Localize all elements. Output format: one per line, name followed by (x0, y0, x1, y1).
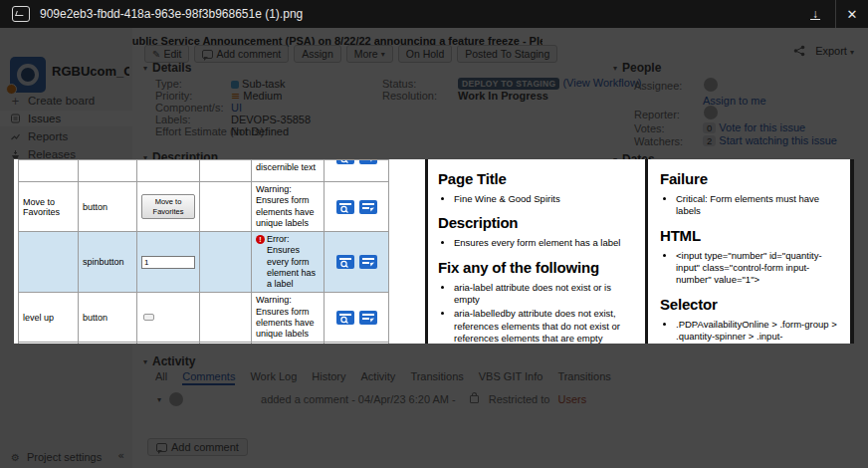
issues-table: discernible text Move to Favorites butto… (18, 159, 389, 344)
highlight-icon[interactable] (359, 160, 377, 164)
table-row[interactable]: discernible text (19, 160, 389, 182)
issue-name: Move to Favorites (19, 182, 79, 232)
highlight-icon[interactable] (359, 311, 377, 325)
report-preview-panel: discernible text Move to Favorites butto… (14, 159, 854, 344)
fix-any-item: aria-labelledby attribute does not exist… (454, 308, 633, 344)
attachment-viewer-bar: 909e2eb3-fbdd-418a-963e-98f3b968651e (1)… (0, 0, 868, 28)
issue-message: Warning: Ensures form elements have uniq… (256, 295, 320, 340)
issue-message-error: ! Error: Ensures every form element has … (256, 234, 320, 290)
description-item: Ensures every form element has a label (454, 237, 633, 249)
issue-role: button (79, 293, 137, 343)
html-heading: HTML (660, 227, 842, 244)
failure-heading: Failure (660, 170, 842, 187)
report-detail-column: Page Title Fine Wine & Good Spirits Desc… (425, 159, 645, 344)
level-up-preview-button[interactable] (143, 314, 154, 321)
error-icon: ! (256, 235, 265, 244)
viewer-actions: ↓ ✕ (795, 0, 868, 28)
page-title-item: Fine Wine & Good Spirits (454, 193, 633, 205)
issue-name: level down (19, 343, 79, 344)
selector-heading: Selector (660, 296, 842, 313)
attachment-filename: 909e2eb3-fbdd-418a-963e-98f3b968651e (1)… (40, 7, 303, 21)
description-list: Ensures every form element has a label (438, 237, 633, 249)
table-row-selected[interactable]: spinbutton ! Error: Ensures every form e… (19, 232, 389, 293)
fix-any-item: aria-label attribute does not exist or i… (454, 282, 633, 307)
fix-any-heading: Fix any of the following (438, 259, 633, 276)
table-row[interactable]: Move to Favorites button Move to Favorit… (19, 182, 389, 232)
inspect-icon[interactable] (336, 160, 354, 164)
html-list: <input type="number" id="quantity-input"… (660, 250, 842, 287)
download-icon: ↓ (810, 9, 820, 20)
image-file-icon (12, 6, 30, 22)
selector-list: .PDPAvailabilityOnline > .form-group > .… (660, 319, 842, 344)
html-item: <input type="number" id="quantity-input"… (676, 250, 842, 287)
issue-role: button (79, 182, 137, 232)
failure-item: Critical: Form elements must have labels (676, 193, 842, 218)
highlight-icon[interactable] (359, 255, 377, 269)
failure-list: Critical: Form elements must have labels (660, 193, 842, 218)
issue-role: button (79, 343, 137, 344)
issue-name (19, 232, 79, 293)
screen: Notifications: Jira team published a Pub… (0, 0, 868, 468)
issue-name: level up (19, 293, 79, 343)
selector-item: .PDPAvailabilityOnline > .form-group > .… (676, 319, 842, 344)
close-button[interactable]: ✕ (836, 0, 868, 28)
inspect-icon[interactable] (336, 200, 354, 214)
table-row[interactable]: level down button Warning: Ensures form … (19, 343, 389, 344)
highlight-icon[interactable] (359, 200, 377, 214)
page-title-heading: Page Title (438, 170, 633, 187)
inspect-icon[interactable] (336, 255, 354, 269)
issue-message: discernible text (252, 160, 324, 175)
download-button[interactable]: ↓ (795, 0, 836, 28)
move-to-favorites-preview-button[interactable]: Move to Favorites (141, 194, 195, 219)
fix-any-list: aria-label attribute does not exist or i… (438, 282, 633, 344)
spinbutton-preview-input[interactable] (141, 256, 195, 269)
issue-message: Warning: Ensures form elements have uniq… (256, 184, 320, 229)
report-failure-column: Failure Critical: Form elements must hav… (645, 159, 854, 344)
description-heading: Description (438, 214, 633, 231)
inspect-icon[interactable] (336, 311, 354, 325)
page-title-list: Fine Wine & Good Spirits (438, 193, 633, 205)
issue-role: spinbutton (79, 232, 137, 293)
table-row[interactable]: level up button Warning: Ensures form el… (19, 293, 389, 343)
